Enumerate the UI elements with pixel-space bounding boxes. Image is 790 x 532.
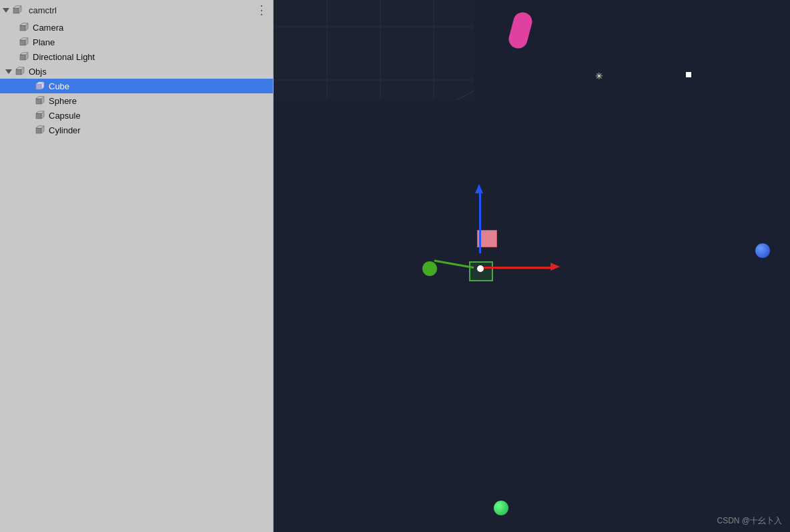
svg-rect-3 [20,25,25,31]
objs-label: Objs [29,67,47,77]
svg-rect-18 [36,99,41,104]
sidebar-item-cube[interactable]: Cube [0,79,273,93]
objs-collapse-icon[interactable] [5,68,12,75]
scene-axis-z-tip [422,261,437,276]
camera-label: Camera [33,23,63,33]
svg-rect-15 [36,84,41,89]
cube-obj-icon [35,81,45,91]
svg-rect-24 [36,128,41,133]
svg-rect-0 [13,8,19,13]
sidebar-item-plane[interactable]: Plane [0,35,273,49]
scene-axis-y-tip [475,184,483,193]
svg-rect-9 [20,55,25,60]
scene-axis-z [434,260,474,269]
directional-light-label: Directional Light [33,52,95,62]
camera-obj-icon [19,22,29,33]
scene-axis-x [480,267,553,269]
svg-rect-6 [20,40,25,45]
cylinder-label: Cylinder [49,125,81,135]
camctrl-icon [12,5,23,15]
svg-rect-12 [16,69,21,75]
sidebar: camctrl ⋮ Camera [0,0,274,532]
capsule-label: Capsule [49,111,81,121]
sphere-obj-icon [35,95,45,106]
svg-rect-27 [274,0,474,100]
hierarchy-header[interactable]: camctrl ⋮ [0,0,273,20]
scene-pink-cube [477,230,497,247]
scene-capsule-obj [506,10,534,50]
svg-rect-21 [36,113,41,119]
scene-axis-x-tip [550,263,560,271]
sidebar-item-camera[interactable]: Camera [0,20,273,35]
watermark-text: CSDN @十幺卜入 [717,515,782,527]
header-left: camctrl [3,5,57,15]
scene-axis-y [479,193,481,253]
scene-sphere-green [494,501,508,515]
scene-grid [274,0,474,100]
more-menu-button[interactable]: ⋮ [256,4,268,16]
sidebar-item-directional-light[interactable]: Directional Light [0,49,273,64]
scene-viewport[interactable]: ✳ [274,0,790,532]
scene-selected-cube-outline [469,261,493,281]
sphere-label: Sphere [49,96,77,106]
capsule-obj-icon [35,110,45,121]
scene-small-square [686,72,691,77]
scene-sphere-blue [755,243,770,258]
collapse-triangle-icon[interactable] [3,7,9,13]
cylinder-obj-icon [35,125,45,135]
objs-group-icon [15,66,25,77]
scene-gizmo-center [477,265,484,272]
plane-label: Plane [33,37,55,47]
sidebar-item-cylinder[interactable]: Cylinder [0,123,273,137]
sidebar-item-capsule[interactable]: Capsule [0,108,273,123]
scene-light-marker: ✳ [595,71,603,81]
sidebar-item-sphere[interactable]: Sphere [0,93,273,108]
main-layout: camctrl ⋮ Camera [0,0,790,532]
root-label: camctrl [29,5,57,15]
directional-light-obj-icon [19,51,29,62]
cube-label: Cube [49,81,69,91]
plane-obj-icon [19,37,29,47]
sidebar-item-objs[interactable]: Objs [0,64,273,79]
